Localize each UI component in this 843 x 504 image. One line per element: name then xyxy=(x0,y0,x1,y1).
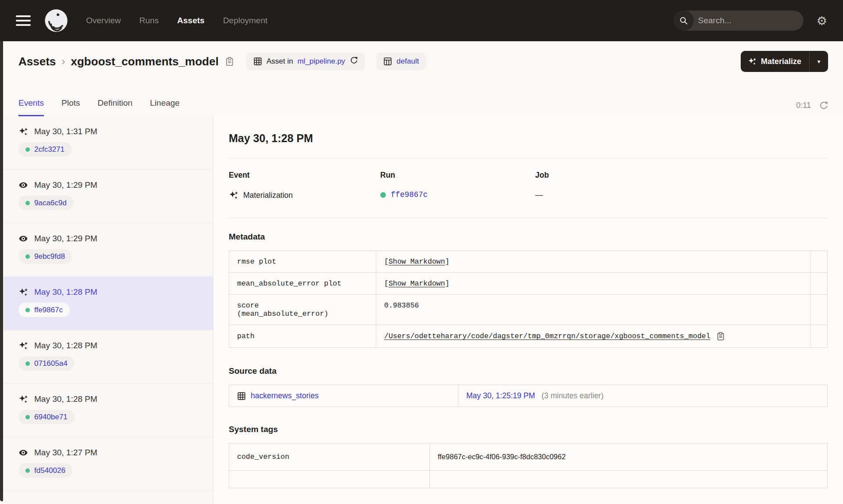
content-area: May 30, 1:31 PM 2cfc3271 May 30, 1:29 PM… xyxy=(0,116,843,504)
table-row: hackernews_stories May 30, 1:25:19 PM (3… xyxy=(229,385,828,407)
run-id-link[interactable]: 6940be71 xyxy=(34,413,68,422)
repository-badge[interactable]: default xyxy=(376,53,426,70)
system-tags-heading: System tags xyxy=(229,425,828,434)
copy-path-icon[interactable] xyxy=(716,332,725,341)
system-tag-key: code_version xyxy=(229,443,430,471)
materialize-button[interactable]: Materialize xyxy=(741,51,809,72)
hamburger-menu-icon[interactable] xyxy=(16,15,31,26)
run-id-pill[interactable]: 071605a4 xyxy=(18,356,75,371)
pipeline-file-link[interactable]: ml_pipeline.py xyxy=(297,57,345,66)
global-search[interactable]: / xyxy=(674,11,803,31)
path-link[interactable]: /Users/odetteharary/code/dagster/tmp_0mz… xyxy=(384,332,710,340)
run-id-link[interactable]: 9ebc9fd8 xyxy=(34,252,65,261)
source-data-table: hackernews_stories May 30, 1:25:19 PM (3… xyxy=(229,385,828,407)
source-asset-cell: hackernews_stories xyxy=(229,385,458,407)
materialize-split-button: Materialize ▾ xyxy=(741,51,828,72)
refresh-icon[interactable] xyxy=(819,101,828,110)
run-id-pill[interactable]: ffe9867c xyxy=(18,303,70,317)
event-timestamp: May 30, 1:27 PM xyxy=(34,448,97,458)
run-status-dot xyxy=(25,147,30,152)
source-asset-link[interactable]: hackernews_stories xyxy=(237,391,450,400)
asset-tabs: Events Plots Definition Lineage xyxy=(18,98,180,116)
table-icon xyxy=(253,57,262,66)
run-id-link[interactable]: ffe9867c xyxy=(391,190,428,199)
run-status-dot xyxy=(25,254,30,259)
tab-plots[interactable]: Plots xyxy=(61,98,80,116)
chevron-down-icon: ▾ xyxy=(817,58,820,65)
event-list-item[interactable]: May 30, 1:28 PM 071605a4 xyxy=(4,330,213,384)
event-list-item[interactable]: May 30, 1:29 PM 9aca6c9d xyxy=(4,170,213,223)
show-markdown-link[interactable]: Show Markdown xyxy=(389,257,445,266)
event-list-item[interactable]: May 30, 1:27 PM fd540026 xyxy=(4,437,213,491)
empty-cell xyxy=(811,325,828,348)
table-row: path /Users/odetteharary/code/dagster/tm… xyxy=(229,325,828,348)
run-id-link[interactable]: fd540026 xyxy=(34,466,65,475)
empty-cell xyxy=(811,273,828,295)
run-id-link[interactable]: 2cfc3271 xyxy=(34,145,65,154)
run-status-dot xyxy=(25,415,30,419)
materialization-icon xyxy=(18,127,28,136)
run-status-dot xyxy=(380,192,386,198)
event-list-item[interactable]: May 30, 1:28 PM 6940be71 xyxy=(4,384,213,437)
event-timestamp: May 30, 1:29 PM xyxy=(34,180,97,190)
run-column-label: Run xyxy=(380,171,535,180)
metadata-key: path xyxy=(229,325,376,348)
search-input[interactable] xyxy=(694,16,803,25)
source-time-note: (3 minutes earlier) xyxy=(542,391,604,400)
table-row: rmse plot [Show Markdown] xyxy=(229,251,828,273)
run-id-link[interactable]: 071605a4 xyxy=(34,359,68,368)
breadcrumb-separator: › xyxy=(61,55,65,68)
run-id-link[interactable]: ffe9867c xyxy=(34,306,63,315)
event-list-item-selected[interactable]: May 30, 1:28 PM ffe9867c xyxy=(4,277,213,330)
run-id-pill[interactable]: 9aca6c9d xyxy=(18,196,74,210)
nav-runs[interactable]: Runs xyxy=(139,16,159,25)
table-row: score (mean_absolute_error) 0.983856 xyxy=(229,295,828,325)
event-timestamp: May 30, 1:28 PM xyxy=(34,394,97,404)
metadata-value: [Show Markdown] xyxy=(376,251,811,273)
primary-nav: Overview Runs Assets Deployment xyxy=(86,16,267,25)
nav-overview[interactable]: Overview xyxy=(86,16,121,25)
event-list-item[interactable]: May 30, 1:29 PM 9ebc9fd8 xyxy=(4,223,213,277)
reload-location-icon[interactable] xyxy=(349,56,358,67)
table-row: mean_absolute_error plot [Show Markdown] xyxy=(229,273,828,295)
run-id-pill[interactable]: 9ebc9fd8 xyxy=(18,249,72,264)
materialize-dropdown-button[interactable]: ▾ xyxy=(810,51,828,72)
event-list-item[interactable]: May 30, 1:31 PM 2cfc3271 xyxy=(4,116,213,170)
event-list-sidebar: May 30, 1:31 PM 2cfc3271 May 30, 1:29 PM… xyxy=(4,116,213,504)
bracket: [ xyxy=(384,279,389,288)
observation-eye-icon xyxy=(18,448,28,458)
system-tags-table: code_version ffe9867c-ec9c-4f06-939c-f8d… xyxy=(229,443,828,488)
event-column-label: Event xyxy=(229,171,380,180)
run-status-dot xyxy=(25,468,30,473)
materialization-icon xyxy=(18,287,28,297)
empty-cell xyxy=(811,295,828,325)
run-id-pill[interactable]: 2cfc3271 xyxy=(18,142,72,157)
metadata-key: mean_absolute_error plot xyxy=(229,273,376,295)
nav-deployment[interactable]: Deployment xyxy=(223,16,267,25)
nav-assets[interactable]: Assets xyxy=(177,16,205,25)
metadata-table: rmse plot [Show Markdown] mean_absolute_… xyxy=(229,250,828,348)
tab-definition[interactable]: Definition xyxy=(97,98,132,116)
copy-asset-name-icon[interactable] xyxy=(224,57,234,66)
asset-badges: Asset in ml_pipeline.py default xyxy=(246,53,426,70)
run-id-link[interactable]: 9aca6c9d xyxy=(34,199,67,207)
auto-refresh-control: 0:11 xyxy=(796,101,828,116)
event-detail-panel: May 30, 1:28 PM Event Materialization Ru… xyxy=(213,116,843,504)
run-id-pill[interactable]: fd540026 xyxy=(18,463,72,478)
code-location-badge[interactable]: Asset in ml_pipeline.py xyxy=(246,53,365,70)
metadata-value: [Show Markdown] xyxy=(376,273,811,295)
settings-gear-icon[interactable]: ⚙ xyxy=(817,15,827,27)
source-time-link[interactable]: May 30, 1:25:19 PM xyxy=(466,391,535,400)
asset-tabs-row: Events Plots Definition Lineage 0:11 xyxy=(0,72,843,116)
tab-events[interactable]: Events xyxy=(18,98,44,116)
repo-name-link[interactable]: default xyxy=(396,57,419,66)
show-markdown-link[interactable]: Show Markdown xyxy=(389,279,445,288)
run-id-pill[interactable]: 6940be71 xyxy=(18,410,75,424)
event-timestamp: May 30, 1:28 PM xyxy=(34,287,97,297)
asset-header: Assets › xgboost_comments_model Asset in… xyxy=(0,41,843,72)
tab-lineage[interactable]: Lineage xyxy=(150,98,180,116)
breadcrumb-assets-link[interactable]: Assets xyxy=(18,55,56,68)
divider xyxy=(229,218,828,218)
dagster-logo[interactable] xyxy=(44,8,68,33)
observation-eye-icon xyxy=(18,180,28,190)
